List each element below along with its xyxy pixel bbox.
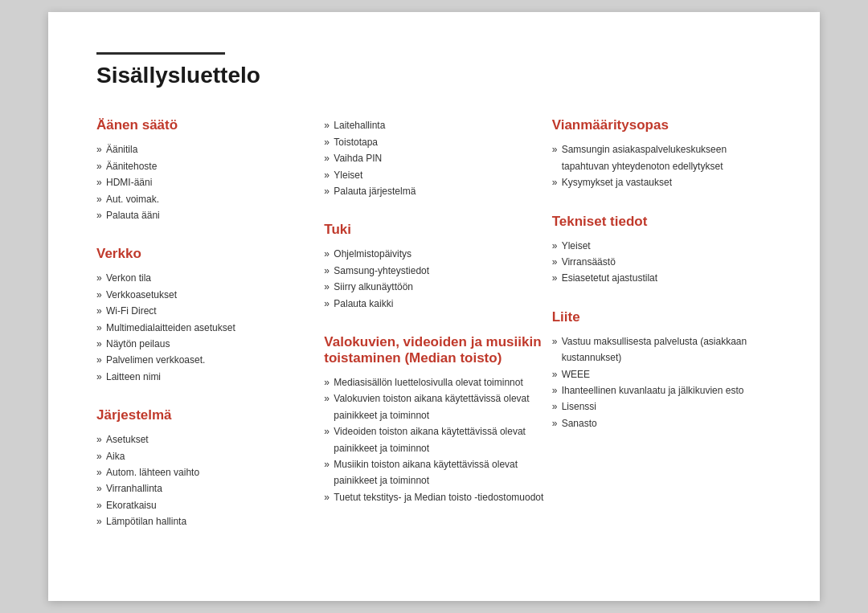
list-item: Laitehallinta	[324, 117, 543, 133]
list-item: Vaihda PIN	[324, 150, 543, 166]
list-item: Tuetut tekstitys- ja Median toisto -tied…	[324, 489, 543, 505]
section-verkko: VerkkoVerkon tilaVerkkoasetuksetWi-Fi Di…	[96, 246, 316, 385]
list-item: Yleiset	[552, 238, 772, 254]
list-item: Yleiset	[324, 167, 543, 183]
section-tekniset: Tekniset tiedotYleisetVirransäästöEsiase…	[552, 214, 772, 287]
section-jarjestelma: JärjestelmäAsetuksetAikaAutom. lähteen v…	[96, 407, 316, 529]
column-1: LaitehallintaToistotapaVaihda PINYleiset…	[324, 117, 543, 552]
section-title-aanensaato: Äänen säätö	[96, 117, 316, 133]
list-item: Valokuvien toiston aikana käytettävissä …	[324, 390, 543, 423]
list-item: Autom. lähteen vaihto	[96, 464, 316, 480]
section-title-liite: Liite	[552, 309, 772, 325]
section-items-liite: Vastuu maksullisesta palvelusta (asiakka…	[552, 333, 772, 431]
section-title-verkko: Verkko	[96, 246, 316, 262]
section-title-vianmaaritys: Vianmääritysopas	[552, 117, 772, 133]
section-items-media: Mediasisällön luettelosivulla olevat toi…	[324, 374, 543, 505]
page: Sisällysluettelo Äänen säätöÄänitilaÄäni…	[48, 12, 820, 600]
section-title-tekniset: Tekniset tiedot	[552, 214, 772, 230]
list-item: Sanasto	[552, 415, 772, 431]
page-title: Sisällysluettelo	[96, 63, 772, 88]
column-0: Äänen säätöÄänitilaÄänitehosteHDMI-ääniA…	[96, 117, 316, 552]
list-item: Aika	[96, 448, 316, 464]
list-item: Vastuu maksullisesta palvelusta (asiakka…	[552, 333, 772, 366]
list-item: Äänitila	[96, 141, 316, 157]
list-item: Videoiden toiston aikana käytettävissä o…	[324, 423, 543, 456]
list-item: Wi-Fi Direct	[96, 303, 316, 319]
list-item: Näytön peilaus	[96, 336, 316, 352]
list-item: Äänitehoste	[96, 158, 316, 174]
section-items-jarjestelma: AsetuksetAikaAutom. lähteen vaihtoVirran…	[96, 431, 316, 529]
list-item: Multimedialaitteiden asetukset	[96, 320, 316, 336]
list-item: Ekoratkaisu	[96, 497, 316, 513]
title-block: Sisällysluettelo	[96, 52, 772, 88]
section-items-aanensaato: ÄänitilaÄänitehosteHDMI-ääniAut. voimak.…	[96, 141, 316, 223]
section-title-tuki: Tuki	[324, 222, 543, 238]
section-items-col2-top: LaitehallintaToistotapaVaihda PINYleiset…	[324, 117, 543, 199]
list-item: Toistotapa	[324, 134, 543, 150]
columns-container: Äänen säätöÄänitilaÄänitehosteHDMI-ääniA…	[96, 117, 772, 552]
section-aanensaato: Äänen säätöÄänitilaÄänitehosteHDMI-ääniA…	[96, 117, 316, 223]
list-item: Lämpötilan hallinta	[96, 513, 316, 529]
list-item: Aut. voimak.	[96, 191, 316, 207]
list-item: Virranhallinta	[96, 480, 316, 497]
list-item: Samsung-yhteystiedot	[324, 263, 543, 279]
section-items-vianmaaritys: Samsungin asiakaspalvelukeskukseen tapah…	[552, 141, 772, 190]
list-item: Ohjelmistopäivitys	[324, 246, 543, 262]
section-items-tuki: OhjelmistopäivitysSamsung-yhteystiedotSi…	[324, 246, 543, 312]
column-2: VianmääritysopasSamsungin asiakaspalvelu…	[552, 117, 772, 552]
title-line	[96, 52, 225, 55]
list-item: WEEE	[552, 366, 772, 382]
section-tuki: TukiOhjelmistopäivitysSamsung-yhteystied…	[324, 222, 543, 312]
list-item: Palauta ääni	[96, 207, 316, 223]
list-item: Palauta kaikki	[324, 296, 543, 312]
list-item: Verkon tila	[96, 270, 316, 286]
section-title-media: Valokuvien, videoiden ja musiikin toista…	[324, 334, 543, 366]
list-item: Musiikin toiston aikana käytettävissä ol…	[324, 456, 543, 489]
list-item: Lisenssi	[552, 398, 772, 415]
section-title-jarjestelma: Järjestelmä	[96, 407, 316, 423]
section-media: Valokuvien, videoiden ja musiikin toista…	[324, 334, 543, 505]
list-item: Esiasetetut ajastustilat	[552, 270, 772, 286]
list-item: Palvelimen verkkoaset.	[96, 352, 316, 368]
list-item: Ihanteellinen kuvanlaatu ja jälkikuvien …	[552, 382, 772, 398]
list-item: Samsungin asiakaspalvelukeskukseen tapah…	[552, 141, 772, 174]
section-vianmaaritys: VianmääritysopasSamsungin asiakaspalvelu…	[552, 117, 772, 190]
list-item: Laitteen nimi	[96, 369, 316, 385]
section-items-tekniset: YleisetVirransäästöEsiasetetut ajastusti…	[552, 238, 772, 287]
list-item: Verkkoasetukset	[96, 287, 316, 303]
list-item: Asetukset	[96, 431, 316, 447]
section-items-verkko: Verkon tilaVerkkoasetuksetWi-Fi DirectMu…	[96, 270, 316, 385]
list-item: HDMI-ääni	[96, 174, 316, 190]
list-item: Kysymykset ja vastaukset	[552, 174, 772, 190]
section-liite: LiiteVastuu maksullisesta palvelusta (as…	[552, 309, 772, 431]
list-item: Siirry alkunäyttöön	[324, 279, 543, 295]
list-item: Virransäästö	[552, 254, 772, 270]
list-item: Mediasisällön luettelosivulla olevat toi…	[324, 374, 543, 390]
section-col2-top: LaitehallintaToistotapaVaihda PINYleiset…	[324, 117, 543, 199]
list-item: Palauta järjestelmä	[324, 183, 543, 199]
